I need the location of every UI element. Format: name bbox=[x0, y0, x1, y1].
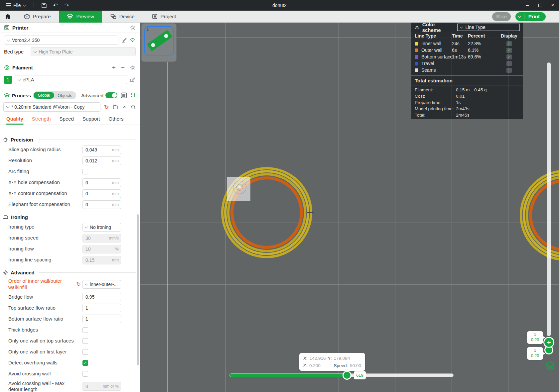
setting-row: X-Y hole compensation mm bbox=[8, 178, 140, 187]
process-tab-bar: Quality Strength Speed Support Others bbox=[0, 114, 140, 125]
bottom-surface-color-swatch bbox=[415, 55, 418, 59]
view-mode-select[interactable]: Line Type bbox=[457, 24, 520, 31]
close-button[interactable]: × bbox=[546, 0, 559, 11]
collapse-panel-icon[interactable] bbox=[415, 25, 419, 30]
filament-settings-gear-icon[interactable] bbox=[130, 65, 136, 70]
resolution-input[interactable] bbox=[83, 158, 112, 163]
process-compare-icon[interactable] bbox=[130, 93, 136, 98]
display-outer-wall-checkbox[interactable] bbox=[506, 48, 512, 53]
printer-select[interactable]: Voron2.4 350 bbox=[4, 36, 118, 45]
segment-global[interactable]: Global bbox=[34, 92, 54, 99]
xy-contour-compensation-input[interactable] bbox=[83, 191, 112, 196]
tab-preview[interactable]: Preview bbox=[59, 11, 101, 23]
bridge-flow-input[interactable] bbox=[83, 294, 121, 300]
layers-view-icon[interactable] bbox=[544, 361, 556, 371]
slice-button[interactable]: Slice bbox=[492, 12, 511, 21]
process-preset-name: * 0.20mm Standard @Voron - Copy bbox=[11, 104, 84, 110]
reset-setting-icon[interactable]: ↻ bbox=[76, 281, 81, 287]
position-tooltip: X:142.916 Y:179.084 Z:0.200 Speed:50.00 bbox=[299, 353, 365, 371]
avoid-crossing-wall-checkbox[interactable] bbox=[82, 371, 88, 377]
top-surface-flow-ratio-input[interactable] bbox=[83, 305, 121, 311]
edit-printer-icon[interactable] bbox=[121, 38, 127, 43]
settings-scroll-area[interactable]: Precision Slice gap closing radius mm Re… bbox=[0, 130, 140, 392]
process-layers-icon bbox=[4, 93, 10, 98]
setting-row: Ironing type No ironing bbox=[8, 223, 140, 232]
display-bottom-surface-checkbox[interactable] bbox=[506, 54, 512, 59]
tab-speed[interactable]: Speed bbox=[55, 114, 78, 125]
app-window: File ↶ ↷ donut2 – × Prepare Preview bbox=[0, 0, 559, 392]
undo-icon[interactable]: ↶ bbox=[51, 2, 61, 9]
reset-preset-icon[interactable]: ↻ bbox=[103, 104, 109, 111]
tab-others[interactable]: Others bbox=[104, 114, 128, 125]
ironing-type-select[interactable]: No ironing bbox=[82, 223, 121, 232]
print-dropdown-chevron-icon[interactable] bbox=[515, 16, 524, 17]
detect-overhang-walls-checkbox[interactable] bbox=[82, 360, 88, 366]
segment-objects[interactable]: Objects bbox=[54, 93, 75, 98]
only-one-wall-first-layer-checkbox[interactable] bbox=[82, 349, 88, 355]
bottom-surface-flow-ratio-input[interactable] bbox=[83, 316, 121, 322]
remove-filament-button[interactable]: − bbox=[121, 64, 125, 71]
tab-support[interactable]: Support bbox=[78, 114, 104, 125]
tab-quality[interactable]: Quality bbox=[2, 114, 28, 125]
process-preset-select[interactable]: * 0.20mm Standard @Voron - Copy bbox=[3, 102, 100, 112]
save-preset-icon[interactable] bbox=[112, 104, 118, 110]
project-icon bbox=[152, 14, 158, 19]
layer-slider-track[interactable] bbox=[547, 62, 551, 336]
tab-strength[interactable]: Strength bbox=[28, 114, 55, 125]
wifi-icon[interactable] bbox=[130, 38, 136, 43]
thick-bridges-checkbox[interactable] bbox=[82, 327, 88, 333]
filament-section-title: Filament bbox=[12, 65, 33, 70]
tab-device[interactable]: Device bbox=[102, 11, 143, 23]
ironing-line-spacing-input bbox=[83, 257, 112, 263]
printer-settings-gear-icon[interactable] bbox=[130, 25, 136, 31]
setting-row: X-Y contour compensation mm bbox=[8, 189, 140, 198]
display-inner-wall-checkbox[interactable] bbox=[506, 41, 512, 46]
xy-hole-compensation-input[interactable] bbox=[83, 180, 112, 185]
elephant-foot-compensation-input[interactable] bbox=[83, 202, 112, 207]
delete-preset-icon[interactable]: × bbox=[121, 104, 127, 110]
slice-gap-closing-radius-input[interactable] bbox=[83, 147, 112, 152]
display-travel-checkbox[interactable] bbox=[506, 61, 512, 66]
advanced-section-title: Advanced bbox=[3, 270, 136, 275]
search-icon[interactable] bbox=[130, 104, 136, 110]
tab-prepare[interactable]: Prepare bbox=[15, 11, 59, 23]
save-icon[interactable] bbox=[39, 3, 49, 8]
add-filament-button[interactable]: + bbox=[112, 64, 116, 71]
filament-select[interactable]: ePLA bbox=[15, 75, 127, 84]
parameter-table-icon[interactable] bbox=[121, 92, 127, 98]
file-menu-label: File bbox=[13, 3, 21, 8]
process-scope-segment[interactable]: Global Objects bbox=[33, 91, 76, 99]
print-button[interactable]: Print bbox=[515, 12, 546, 21]
tab-project[interactable]: Project bbox=[143, 11, 185, 23]
process-section-title: Process bbox=[12, 93, 31, 98]
panel-scrollbar[interactable] bbox=[137, 214, 139, 365]
advanced-toggle[interactable] bbox=[105, 92, 117, 98]
minimize-button[interactable]: – bbox=[521, 0, 534, 11]
advanced-gear-icon bbox=[3, 270, 8, 275]
maximize-button[interactable] bbox=[534, 0, 546, 11]
file-menu-button[interactable]: File bbox=[3, 1, 28, 10]
viewport-3d[interactable]: 1 Color scheme Line Type Line Type Time … bbox=[140, 23, 559, 392]
tab-preview-label: Preview bbox=[76, 14, 94, 19]
filament-slot-badge[interactable]: 1 bbox=[4, 76, 12, 84]
toolpath-donut-clipped[interactable] bbox=[519, 169, 559, 262]
arc-fitting-checkbox[interactable] bbox=[82, 169, 88, 174]
bed-type-select[interactable]: High Temp Plate bbox=[31, 47, 136, 56]
move-slider-track[interactable]: 619 bbox=[230, 374, 453, 377]
edit-filament-icon[interactable] bbox=[130, 77, 136, 82]
setting-row: Top surface flow ratio bbox=[8, 304, 140, 313]
travel-color-swatch bbox=[415, 62, 418, 65]
home-button[interactable] bbox=[0, 11, 15, 23]
redo-icon[interactable]: ↷ bbox=[62, 2, 72, 9]
total-estimation-title: Total estimation bbox=[411, 76, 523, 85]
filament-name: ePLA bbox=[23, 77, 34, 82]
wall-order-select[interactable]: inner-outer-... bbox=[82, 280, 121, 289]
setting-row: Only one wall on first layer bbox=[8, 347, 140, 356]
display-seams-checkbox[interactable] bbox=[506, 68, 512, 73]
estimation-row-model-printing-time: Model printing time:2m43s bbox=[411, 106, 523, 112]
setting-row: Bottom surface flow ratio bbox=[8, 315, 140, 324]
only-one-wall-top-checkbox[interactable] bbox=[82, 338, 88, 344]
plate-thumbnail[interactable]: 1 bbox=[141, 23, 177, 62]
setting-row: Thick bridges bbox=[8, 326, 140, 335]
move-slider-thumb[interactable] bbox=[343, 371, 351, 380]
